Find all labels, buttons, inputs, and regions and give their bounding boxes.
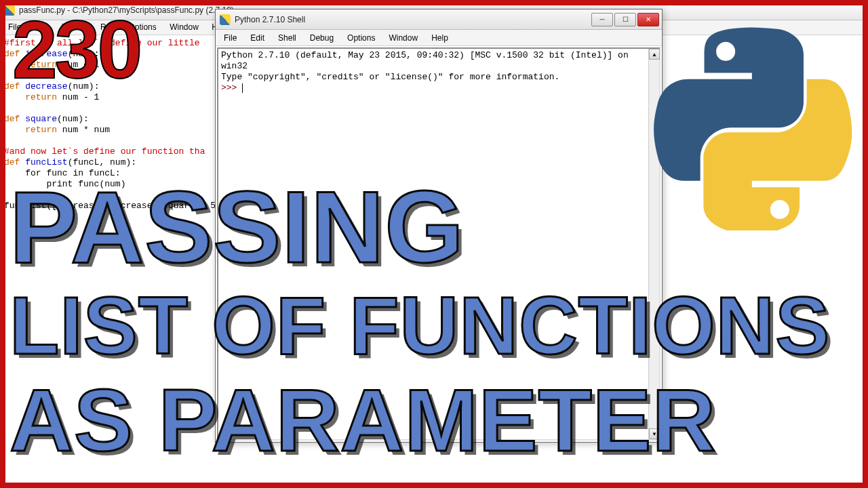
episode-number: 230 xyxy=(12,3,140,96)
shell-menu-help[interactable]: Help xyxy=(425,30,455,45)
window-buttons: ─ ☐ ✕ xyxy=(590,13,659,26)
shell-prompt: >>> xyxy=(221,83,242,93)
shell-menu-options[interactable]: Options xyxy=(340,30,382,45)
overlay-title-line2: LIST OF FUNCTIONS xyxy=(9,285,830,366)
overlay-title-line1: PASSING xyxy=(9,176,465,278)
text-cursor-icon xyxy=(242,83,243,93)
shell-banner-line1: Python 2.7.10 (default, May 23 2015, 09:… xyxy=(221,50,634,71)
python-icon xyxy=(220,14,231,25)
shell-menu-debug[interactable]: Debug xyxy=(303,30,340,45)
minimize-button[interactable]: ─ xyxy=(591,13,613,26)
shell-menu-shell[interactable]: Shell xyxy=(271,30,303,45)
shell-title-text: Python 2.7.10 Shell xyxy=(235,15,590,24)
close-button[interactable]: ✕ xyxy=(637,13,659,26)
shell-menu-file[interactable]: File xyxy=(217,30,243,45)
python-logo-icon xyxy=(651,27,854,230)
overlay-title-line3: AS PARAMETER xyxy=(9,376,716,464)
shell-banner-line2: Type "copyright", "credits" or "license(… xyxy=(221,72,559,82)
shell-menu-edit[interactable]: Edit xyxy=(243,30,271,45)
shell-menubar[interactable]: File Edit Shell Debug Options Window Hel… xyxy=(216,30,662,46)
maximize-button[interactable]: ☐ xyxy=(614,13,636,26)
shell-menu-window[interactable]: Window xyxy=(382,30,425,45)
shell-titlebar[interactable]: Python 2.7.10 Shell ─ ☐ ✕ xyxy=(216,9,662,30)
menu-window[interactable]: Window xyxy=(164,20,204,34)
